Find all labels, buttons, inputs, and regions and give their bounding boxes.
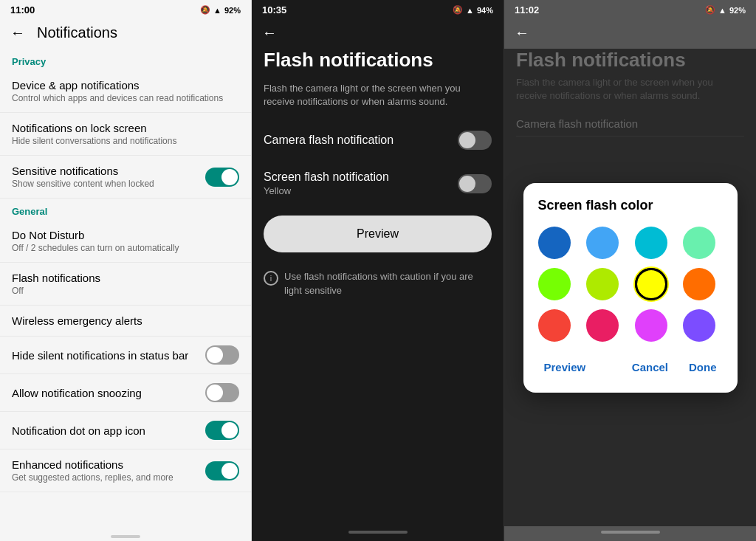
- status-bar-2: 10:35 🔕 ▲ 94%: [252, 0, 504, 18]
- mute-icon: 🔕: [200, 5, 210, 15]
- flash-notifications-panel: 10:35 🔕 ▲ 94% ← Flash notifications Flas…: [252, 0, 504, 541]
- section-general: General: [0, 199, 251, 220]
- screen-flash-label: Screen flash notification: [264, 170, 389, 184]
- toggle-snoozing[interactable]: [205, 383, 239, 402]
- dialog-done-button[interactable]: Done: [683, 356, 723, 378]
- top-bar-3: ←: [504, 18, 756, 49]
- status-icons-1: 🔕 ▲ 92%: [200, 5, 241, 15]
- scroll-indicator-1: [111, 535, 140, 538]
- preview-button[interactable]: Preview: [264, 216, 492, 252]
- color-purple[interactable]: [683, 309, 715, 342]
- color-cyan[interactable]: [635, 227, 667, 259]
- info-icon: i: [264, 271, 278, 286]
- color-red[interactable]: [538, 309, 571, 342]
- toggle-camera-flash[interactable]: [458, 131, 492, 150]
- dialog-overlay: Screen flash color: [504, 49, 756, 526]
- time-2: 10:35: [262, 4, 286, 15]
- notifications-panel: 11:00 🔕 ▲ 92% ← Notifications Privacy De…: [0, 0, 252, 541]
- item-enhanced[interactable]: Enhanced notifications Get suggested act…: [0, 449, 251, 492]
- battery-1: 92%: [224, 6, 241, 15]
- toggle-hide-silent[interactable]: [205, 345, 239, 365]
- top-bar-1: ← Notifications: [0, 18, 251, 49]
- item-device-app-notifications[interactable]: Device & app notifications Control which…: [0, 70, 251, 113]
- wifi-icon: ▲: [213, 6, 221, 15]
- time-1: 11:00: [10, 4, 35, 15]
- item-dnd[interactable]: Do Not Disturb Off / 2 schedules can tur…: [0, 220, 251, 263]
- flash-desc: Flash the camera light or the screen whe…: [252, 76, 504, 120]
- home-bar-3: [601, 531, 660, 534]
- camera-flash-label: Camera flash notification: [264, 134, 394, 147]
- status-bar-3: 11:02 🔕 ▲ 92%: [504, 0, 756, 18]
- panel3-content: Flash notifications Flash the camera lig…: [504, 49, 756, 526]
- color-yellow[interactable]: [635, 268, 667, 300]
- toggle-notification-dot[interactable]: [205, 421, 239, 440]
- color-dark-blue[interactable]: [538, 227, 571, 259]
- section-privacy: Privacy: [0, 49, 251, 70]
- page-title-1: Notifications: [37, 24, 117, 41]
- item-notification-dot[interactable]: Notification dot on app icon: [0, 412, 251, 449]
- color-picker-panel: 11:02 🔕 ▲ 92% ← Flash notifications Flas…: [504, 0, 756, 541]
- color-green[interactable]: [538, 268, 571, 300]
- flash-title: Flash notifications: [252, 49, 504, 76]
- item-flash-notifications[interactable]: Flash notifications Off: [0, 263, 251, 306]
- status-icons-3: 🔕 ▲ 92%: [705, 5, 746, 15]
- info-row: i Use flash notifications with caution i…: [252, 261, 504, 306]
- item-hide-silent[interactable]: Hide silent notifications in status bar: [0, 337, 251, 374]
- wifi-icon-2: ▲: [466, 6, 474, 15]
- toggle-screen-flash[interactable]: [458, 174, 492, 193]
- color-orange[interactable]: [683, 268, 715, 300]
- battery-3: 92%: [729, 6, 746, 15]
- mute-icon-3: 🔕: [705, 5, 715, 15]
- mute-icon-2: 🔕: [453, 5, 463, 15]
- status-bar-1: 11:00 🔕 ▲ 92%: [0, 0, 251, 18]
- battery-2: 94%: [477, 6, 493, 15]
- color-picker-dialog: Screen flash color: [523, 183, 738, 393]
- color-light-green[interactable]: [683, 227, 715, 259]
- top-bar-2: ←: [252, 18, 504, 49]
- dialog-cancel-button[interactable]: Cancel: [626, 356, 674, 378]
- color-magenta[interactable]: [635, 309, 667, 342]
- camera-flash-row[interactable]: Camera flash notification: [252, 120, 504, 160]
- toggle-enhanced[interactable]: [205, 461, 239, 480]
- back-button-1[interactable]: ←: [10, 24, 25, 41]
- info-text: Use flash notifications with caution if …: [284, 270, 492, 297]
- screen-flash-sub: Yellow: [264, 185, 389, 196]
- toggle-sensitive[interactable]: [205, 168, 239, 187]
- home-bar-2: [348, 531, 408, 534]
- time-3: 11:02: [515, 4, 539, 15]
- item-wireless-emergency[interactable]: Wireless emergency alerts: [0, 306, 251, 337]
- wifi-icon-3: ▲: [718, 6, 726, 15]
- color-lime[interactable]: [586, 268, 619, 300]
- dialog-actions: Preview Cancel Done: [538, 354, 723, 378]
- item-sensitive[interactable]: Sensitive notifications Show sensitive c…: [0, 156, 251, 199]
- dialog-title: Screen flash color: [538, 198, 723, 213]
- back-button-3[interactable]: ←: [515, 24, 529, 41]
- status-icons-2: 🔕 ▲ 94%: [453, 5, 493, 15]
- color-pink[interactable]: [586, 309, 619, 342]
- back-button-2[interactable]: ←: [262, 24, 277, 41]
- screen-flash-row[interactable]: Screen flash notification Yellow: [252, 160, 504, 207]
- dialog-preview-button[interactable]: Preview: [538, 356, 592, 378]
- color-light-blue[interactable]: [586, 227, 619, 259]
- color-grid: [538, 227, 723, 342]
- item-lock-screen[interactable]: Notifications on lock screen Hide silent…: [0, 113, 251, 156]
- item-snoozing[interactable]: Allow notification snoozing: [0, 374, 251, 412]
